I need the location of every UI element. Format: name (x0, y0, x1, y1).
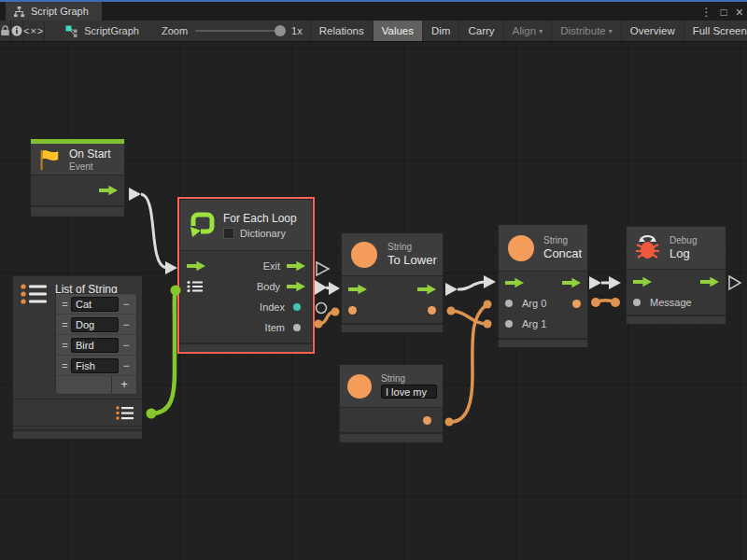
node-string-literal[interactable]: String (339, 364, 444, 443)
node-title: Log (669, 246, 697, 260)
tab-title: Script Graph (31, 6, 89, 17)
graph-breadcrumb[interactable]: ScriptGraph (56, 21, 148, 41)
list-item-row: = − (56, 356, 136, 376)
body-output-port[interactable] (287, 281, 305, 292)
toolbar-buttons: Relations Values Dim Carry Align▾ Distri… (310, 21, 747, 41)
node-footer (627, 315, 726, 324)
message-input-port[interactable] (633, 299, 641, 306)
node-footer (340, 432, 443, 441)
string-output-port[interactable] (423, 416, 431, 425)
lock-icon (0, 25, 10, 36)
arg1-input-port[interactable] (505, 320, 513, 328)
relations-button[interactable]: Relations (310, 21, 373, 41)
dictionary-checkbox[interactable] (223, 228, 234, 239)
flow-input-port[interactable] (633, 276, 652, 287)
list-item-field[interactable] (71, 338, 119, 353)
list-item-field[interactable] (71, 317, 119, 332)
node-title: For Each Loop (223, 212, 297, 225)
string-type-icon (351, 242, 377, 268)
list-output-port-icon[interactable] (116, 405, 134, 421)
preview-code-button[interactable]: <×> (23, 21, 45, 41)
node-to-lower[interactable]: String To Lower (341, 232, 444, 333)
distribute-button[interactable]: Distribute▾ (551, 21, 621, 41)
window-menu-icon[interactable]: ⋮ (701, 5, 712, 20)
flow-output-port[interactable] (99, 185, 118, 196)
flow-output-port[interactable] (700, 276, 719, 287)
string-input-port[interactable] (348, 306, 357, 315)
drag-handle-icon[interactable]: = (59, 360, 71, 371)
flag-icon (36, 147, 61, 172)
info-button[interactable] (11, 21, 23, 41)
port-row-body: Body (180, 276, 312, 297)
loop-icon (188, 211, 216, 239)
graph-toolbar: <×> ScriptGraph Zoom 1x Relations Values… (0, 21, 747, 42)
node-footer (499, 338, 587, 347)
script-graph-tab-icon (13, 6, 25, 18)
node-for-each-loop[interactable]: For Each Loop Dictionary Exit (179, 199, 313, 352)
zoom-label: Zoom (162, 25, 188, 36)
node-category: String (543, 235, 582, 245)
flow-input-port[interactable] (187, 260, 205, 272)
index-output-port[interactable] (293, 303, 301, 311)
list-item-field[interactable] (71, 358, 119, 373)
lock-button[interactable] (0, 21, 11, 41)
flow-output-port[interactable] (562, 277, 581, 288)
arg0-input-port[interactable] (505, 300, 513, 307)
zoom-value: 1x (291, 25, 303, 36)
data-row (340, 408, 443, 432)
node-debug-log[interactable]: Debug Log Message (626, 226, 726, 324)
flow-output-port[interactable] (417, 284, 436, 295)
carry-button[interactable]: Carry (458, 21, 502, 41)
remove-item-button[interactable]: − (119, 359, 134, 372)
remove-item-button[interactable]: − (119, 339, 134, 352)
node-category: String (381, 373, 437, 384)
node-on-start[interactable]: On Start Event (30, 138, 125, 217)
zoom-slider-handle[interactable] (275, 25, 286, 36)
item-output-port[interactable] (293, 324, 301, 331)
dim-button[interactable]: Dim (422, 21, 458, 41)
string-value-field[interactable] (381, 385, 437, 399)
window-close-icon[interactable]: × (736, 5, 743, 20)
port-row-arg1: Arg 1 (499, 314, 587, 334)
tab-script-graph[interactable]: Script Graph (6, 2, 102, 21)
string-output-port[interactable] (428, 306, 436, 315)
collection-input-port-icon[interactable] (187, 280, 204, 293)
node-footer (342, 323, 443, 332)
node-concat[interactable]: String Concat Arg 0 Arg 1 (498, 224, 588, 347)
list-item-field[interactable] (71, 297, 119, 312)
drag-handle-icon[interactable]: = (59, 299, 71, 310)
exit-output-port[interactable] (287, 260, 305, 272)
string-type-icon (347, 374, 372, 399)
list-item-row: = − (56, 315, 136, 335)
drag-handle-icon[interactable]: = (59, 319, 71, 330)
zoom-slider[interactable] (195, 30, 284, 32)
add-item-button[interactable]: + (111, 376, 136, 394)
port-row-message: Message (627, 292, 726, 313)
node-list-of-string[interactable]: List of String = − = − = − = − (12, 275, 143, 440)
remove-item-button[interactable]: − (119, 298, 134, 311)
node-category: String (388, 242, 437, 252)
flow-input-port[interactable] (348, 284, 367, 295)
string-type-icon (508, 235, 534, 261)
remove-item-button[interactable]: − (119, 318, 134, 331)
window-maximize-icon[interactable]: □ (721, 5, 727, 20)
flow-row (627, 272, 726, 292)
node-category: Debug (669, 235, 697, 245)
list-item-row: = − (56, 335, 136, 356)
zoom-control: Zoom 1x (162, 21, 303, 41)
flow-row (499, 273, 587, 293)
overview-button[interactable]: Overview (621, 21, 684, 41)
fullscreen-button[interactable]: Full Screen (684, 21, 747, 41)
port-row-arg0: Arg 0 (499, 293, 587, 314)
port-row-index: Index (180, 297, 312, 317)
align-button[interactable]: Align▾ (503, 21, 552, 41)
node-footer (31, 205, 124, 215)
node-subtitle: Event (69, 161, 111, 172)
flow-input-port[interactable] (505, 277, 524, 288)
list-item-row: = − (56, 294, 136, 315)
values-button[interactable]: Values (373, 21, 422, 41)
result-output-port[interactable] (572, 300, 581, 308)
list-inline-editor: = − = − = − = − + (55, 293, 137, 395)
graph-icon (65, 25, 78, 37)
drag-handle-icon[interactable]: = (59, 340, 71, 351)
